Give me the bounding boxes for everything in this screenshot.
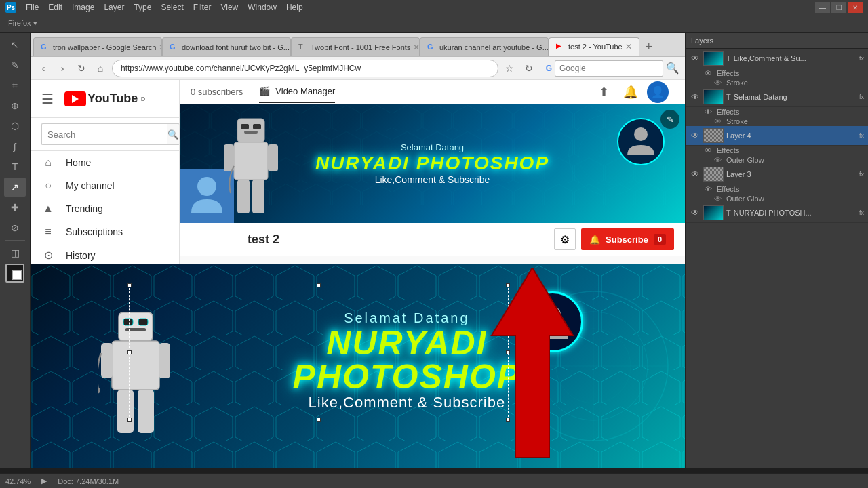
layer-type-text-icon-5: T (726, 209, 731, 217)
layer-item-4[interactable]: 👁 Layer 4 fx (686, 126, 868, 146)
layer-outer-glow-3: 👁 Outer Glow (686, 194, 868, 203)
yt-search-input[interactable] (41, 123, 167, 145)
new-tab-button[interactable]: + (639, 37, 658, 56)
google-search-input[interactable] (555, 60, 663, 77)
svg-rect-9 (253, 124, 261, 129)
minimize-button[interactable]: — (815, 2, 830, 13)
home-button[interactable]: ⌂ (93, 61, 108, 76)
menu-help[interactable]: Help (282, 1, 307, 14)
layer-eye-icon-5[interactable]: 👁 (690, 208, 701, 218)
layer-item-3[interactable]: 👁 Layer 3 fx (686, 165, 868, 184)
tool-heal[interactable]: ⬡ (4, 117, 26, 136)
sidebar-label-home: Home (66, 157, 91, 168)
tool-crop[interactable]: ⊕ (4, 96, 26, 115)
tool-eraser[interactable]: ⊘ (4, 218, 26, 237)
stroke-eye-icon-2[interactable]: 👁 (713, 117, 722, 125)
yt-logo-icon (64, 92, 86, 106)
tool-move[interactable]: ✚ (4, 198, 26, 217)
sidebar-item-subscriptions[interactable]: ≡ Subscriptions (31, 220, 179, 243)
menu-view[interactable]: View (216, 1, 242, 14)
layer-eye-icon-3[interactable]: 👁 (690, 131, 701, 140)
menu-layer[interactable]: Layer (100, 1, 128, 14)
menu-window[interactable]: Window (243, 1, 281, 14)
tab-close-3[interactable]: ✕ (413, 43, 420, 52)
menu-type[interactable]: Type (130, 1, 155, 14)
channel-tab-subscribers[interactable]: 0 subscribers (191, 81, 243, 102)
channel-tabs-bar: 0 subscribers 🎬 Video Manager ⬆ 🔔 👤 (180, 80, 685, 104)
upload-icon[interactable]: ⬆ (593, 81, 614, 103)
svg-rect-26 (123, 319, 133, 325)
tab-close-5[interactable]: ✕ (625, 42, 632, 52)
browser-tab-2[interactable]: G download font huruf two bit - G... ✕ (162, 37, 291, 56)
layer-item-nuryadi[interactable]: 👁 T NURYADI PHOTOSH... fx (686, 203, 868, 223)
browser-tab-5[interactable]: ▶ test 2 - YouTube ✕ (549, 37, 639, 56)
layer-eye-icon-4[interactable]: 👁 (690, 169, 701, 179)
hamburger-menu-icon[interactable]: ☰ (41, 91, 54, 107)
layer-item-selamat[interactable]: 👁 T Selamat Datang fx (686, 87, 868, 107)
sub-eye-icon-2[interactable]: 👁 (703, 108, 713, 116)
layer-thumb-4 (703, 167, 724, 182)
tab-label-4: ukuran channel art youtube - G... (439, 43, 549, 52)
svg-rect-31 (159, 343, 170, 378)
refresh-button[interactable]: ↻ (521, 61, 536, 76)
menu-select[interactable]: Select (157, 1, 187, 14)
channel-settings-button[interactable]: ⚙ (554, 228, 576, 250)
svg-rect-7 (237, 119, 264, 142)
tool-arrow[interactable]: ↖ (4, 35, 26, 54)
outer-glow-label-2: Outer Glow (726, 195, 764, 203)
menu-file[interactable]: File (22, 1, 43, 14)
sub-eye-icon-3[interactable]: 👁 (703, 146, 713, 155)
subscriptions-icon: ≡ (41, 226, 55, 238)
tool-path[interactable]: ↗ (4, 178, 26, 197)
layers-panel-header: Layers (686, 33, 868, 49)
browser-tab-4[interactable]: G ukuran channel art youtube - G... ✕ (420, 37, 549, 56)
user-avatar[interactable]: 👤 (647, 81, 669, 103)
outer-glow-eye-icon[interactable]: 👁 (713, 156, 722, 164)
tool-brush[interactable]: ∫ (4, 137, 26, 156)
outer-glow-eye-icon-2[interactable]: 👁 (713, 195, 722, 203)
sub-eye-icon-4[interactable]: 👁 (703, 185, 713, 193)
layer-eye-icon-2[interactable]: 👁 (690, 92, 701, 102)
sidebar-item-mychannel[interactable]: ○ My channel (31, 174, 179, 197)
subscribe-button[interactable]: 🔔 Subscribe 0 (581, 228, 674, 250)
sub-eye-icon[interactable]: 👁 (703, 69, 713, 77)
bookmark-button[interactable]: ☆ (502, 61, 517, 76)
menu-edit[interactable]: Edit (44, 1, 66, 14)
red-arrow-svg (488, 268, 576, 464)
notifications-icon[interactable]: 🔔 (620, 81, 642, 103)
sidebar-item-history[interactable]: ⊙ History (31, 243, 179, 267)
browser-tab-3[interactable]: T Twobit Font - 1001 Free Fonts ✕ (291, 37, 420, 56)
tool-lasso[interactable]: ⌗ (4, 76, 26, 95)
yt-logo[interactable]: YouTube ID (64, 92, 145, 106)
address-bar[interactable] (112, 60, 498, 77)
back-button[interactable]: ‹ (36, 61, 51, 76)
videomanager-label: Video Manager (275, 86, 335, 96)
menu-filter[interactable]: Filter (189, 1, 216, 14)
robot-svg (220, 112, 281, 220)
sidebar-item-trending[interactable]: ▲ Trending (31, 197, 179, 220)
menu-image[interactable]: Image (68, 1, 98, 14)
close-button[interactable]: ✕ (848, 2, 863, 13)
channel-name: test 2 (248, 232, 279, 247)
tool-fg-bg[interactable] (5, 264, 24, 283)
layers-label: Layers (691, 37, 713, 45)
layer-eye-icon[interactable]: 👁 (690, 54, 701, 63)
banner-avatar-right (617, 118, 665, 165)
edit-banner-button[interactable]: ✎ (660, 110, 679, 129)
yt-search-button[interactable]: 🔍 (167, 123, 180, 145)
browser-tab-1[interactable]: G tron wallpaper - Google Search ✕ (33, 37, 162, 56)
stroke-eye-icon[interactable]: 👁 (713, 79, 722, 87)
sidebar-item-home[interactable]: ⌂ Home (31, 151, 179, 174)
tool-pen[interactable]: ✎ (4, 56, 26, 75)
layer-item-like[interactable]: 👁 T Like,Comment & Su... fx (686, 49, 868, 68)
reload-button[interactable]: ↻ (74, 61, 89, 76)
layer-fx-badge: fx (859, 55, 864, 62)
maximize-button[interactable]: ❐ (831, 2, 846, 13)
forward-button[interactable]: › (55, 61, 70, 76)
history-icon: ⊙ (41, 249, 55, 262)
tool-type[interactable]: T (4, 157, 26, 176)
channel-tab-videomanager[interactable]: 🎬 Video Manager (259, 81, 335, 103)
layer-effects-group-4: 👁 Effects (686, 184, 868, 194)
yt-header: ☰ YouTube ID (31, 80, 179, 118)
tool-zoom[interactable]: ◫ (4, 243, 26, 262)
